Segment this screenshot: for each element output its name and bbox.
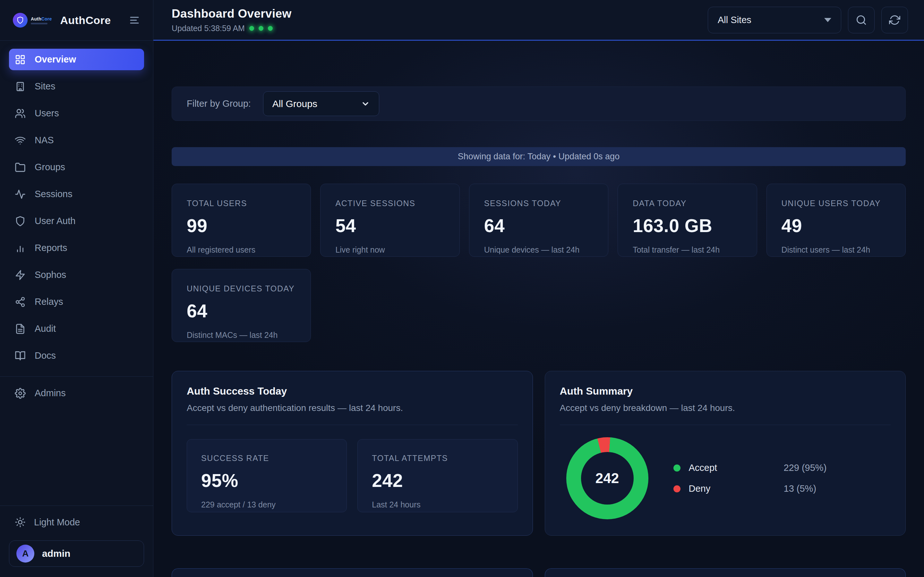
panel-title: Auth Summary: [560, 385, 891, 397]
auth-success-metrics: SUCCESS RATE 95% 229 accept / 13 deny TO…: [187, 439, 518, 512]
panel-subtitle: Accept vs deny authentication results — …: [187, 403, 518, 413]
theme-toggle[interactable]: Light Mode: [9, 514, 144, 530]
brand-wordmark: AuthCore: [31, 16, 52, 24]
zap-icon: [15, 269, 26, 280]
chart-legend: Accept 229 (95%) Deny 13 (5%): [674, 463, 827, 494]
auth-donut-chart: 242: [566, 437, 648, 519]
divider: [187, 425, 518, 425]
bar-chart-icon: [15, 243, 26, 253]
user-name: admin: [42, 548, 70, 559]
grid-icon: [15, 54, 26, 65]
metric-total-attempts: TOTAL ATTEMPTS 242 Last 24 hours: [357, 439, 517, 512]
sidebar-item-reports[interactable]: Reports: [9, 237, 144, 259]
building-icon: [15, 81, 26, 92]
stat-card-data-today: DATA TODAY 163.0 GB Total transfer — las…: [618, 184, 757, 257]
chevron-down-icon: [361, 99, 370, 108]
stat-card-active-sessions: ACTIVE SESSIONS 54 Live right now: [320, 184, 459, 257]
metric-success-rate: SUCCESS RATE 95% 229 accept / 13 deny: [187, 439, 347, 512]
folder-icon: [15, 162, 26, 173]
avatar: A: [16, 545, 34, 562]
menu-icon[interactable]: [129, 15, 140, 26]
sidebar-item-users[interactable]: Users: [9, 103, 144, 124]
users-icon: [15, 108, 26, 119]
sidebar-item-audit[interactable]: Audit: [9, 318, 144, 340]
auth-success-panel: Auth Success Today Accept vs deny authen…: [172, 371, 533, 536]
legend-item-deny: Deny 13 (5%): [674, 484, 827, 494]
file-text-icon: [15, 324, 26, 334]
sidebar-item-docs[interactable]: Docs: [9, 345, 144, 366]
shield-icon: [15, 216, 26, 227]
refresh-button[interactable]: [881, 7, 908, 33]
auth-summary-chart: 242 Accept 229 (95%) Deny 13 (5: [560, 437, 891, 519]
activity-icon: [15, 189, 26, 200]
wifi-icon: [15, 135, 26, 146]
legend-dot-accept: [674, 464, 680, 472]
app-root: AuthCore AuthCore Overview Sites Users: [0, 0, 924, 577]
content: Filter by Group: All Groups Showing data…: [153, 41, 924, 577]
brand-tagline-bar: [31, 23, 47, 24]
status-dot: [249, 26, 254, 31]
updated-status: Updated 5:38:59 AM: [172, 24, 292, 33]
panel-title: Auth Success Today: [187, 385, 518, 397]
site-filter-select[interactable]: All Sites: [708, 7, 841, 33]
stat-card-unique-users-today: UNIQUE USERS TODAY 49 Distinct users — l…: [766, 184, 906, 257]
stats-grid: TOTAL USERS 99 All registered users ACTI…: [172, 184, 906, 342]
sidebar: AuthCore AuthCore Overview Sites Users: [0, 0, 153, 577]
sidebar-item-relays[interactable]: Relays: [9, 291, 144, 313]
group-filter-select[interactable]: All Groups: [263, 91, 379, 116]
sidebar-item-sophos[interactable]: Sophos: [9, 264, 144, 285]
search-icon: [856, 15, 867, 26]
brand-badge-shield-icon: [13, 13, 27, 27]
sidebar-item-admins[interactable]: Admins: [9, 382, 144, 404]
caret-down-icon: [824, 18, 831, 22]
auth-summary-panel: Auth Summary Accept vs deny breakdown — …: [545, 371, 906, 536]
topbar-right: All Sites: [708, 7, 908, 33]
topbar-left: Dashboard Overview Updated 5:38:59 AM: [172, 7, 292, 33]
next-panels-row-clipped: [172, 568, 906, 577]
status-dot: [268, 26, 273, 31]
panels-row: Auth Success Today Accept vs deny authen…: [172, 371, 906, 536]
sidebar-item-user-auth[interactable]: User Auth: [9, 210, 144, 232]
sidebar-header: AuthCore AuthCore: [0, 0, 153, 41]
divider: [560, 425, 891, 425]
share-icon: [15, 297, 26, 308]
sidebar-nav: Overview Sites Users NAS Groups Sessions: [0, 41, 153, 372]
app-title: AuthCore: [60, 14, 111, 27]
sidebar-item-nas[interactable]: NAS: [9, 129, 144, 151]
group-filter-card: Filter by Group: All Groups: [172, 87, 906, 121]
stat-card-total-users: TOTAL USERS 99 All registered users: [172, 184, 311, 257]
book-open-icon: [15, 350, 26, 361]
gear-icon: [15, 388, 26, 399]
sun-icon: [15, 517, 26, 528]
stat-card-unique-devices-today: UNIQUE DEVICES TODAY 64 Distinct MACs — …: [172, 269, 311, 342]
sidebar-footer: Light Mode A admin: [0, 506, 153, 577]
stat-card-sessions-today: SESSIONS TODAY 64 Unique devices — last …: [469, 184, 608, 257]
sidebar-item-sessions[interactable]: Sessions: [9, 183, 144, 205]
clipped-panel: [172, 568, 533, 577]
panel-subtitle: Accept vs deny breakdown — last 24 hours…: [560, 403, 891, 413]
user-card[interactable]: A admin: [9, 540, 144, 567]
status-dot: [258, 26, 263, 31]
page-title: Dashboard Overview: [172, 7, 292, 21]
clipped-panel: [545, 568, 906, 577]
brand-logo: AuthCore: [13, 13, 52, 27]
sidebar-admin-section: Admins: [0, 376, 153, 409]
main-area: Dashboard Overview Updated 5:38:59 AM Al…: [153, 0, 924, 577]
refresh-icon: [889, 15, 900, 26]
data-range-banner: Showing data for: Today • Updated 0s ago: [172, 147, 906, 166]
sidebar-item-overview[interactable]: Overview: [9, 49, 144, 70]
sidebar-item-groups[interactable]: Groups: [9, 156, 144, 178]
group-filter-label: Filter by Group:: [187, 98, 251, 109]
donut-center-total: 242: [596, 470, 619, 486]
legend-dot-deny: [674, 485, 680, 492]
sidebar-item-sites[interactable]: Sites: [9, 76, 144, 97]
legend-item-accept: Accept 229 (95%): [674, 463, 827, 473]
topbar: Dashboard Overview Updated 5:38:59 AM Al…: [153, 0, 924, 41]
search-button[interactable]: [848, 7, 875, 33]
